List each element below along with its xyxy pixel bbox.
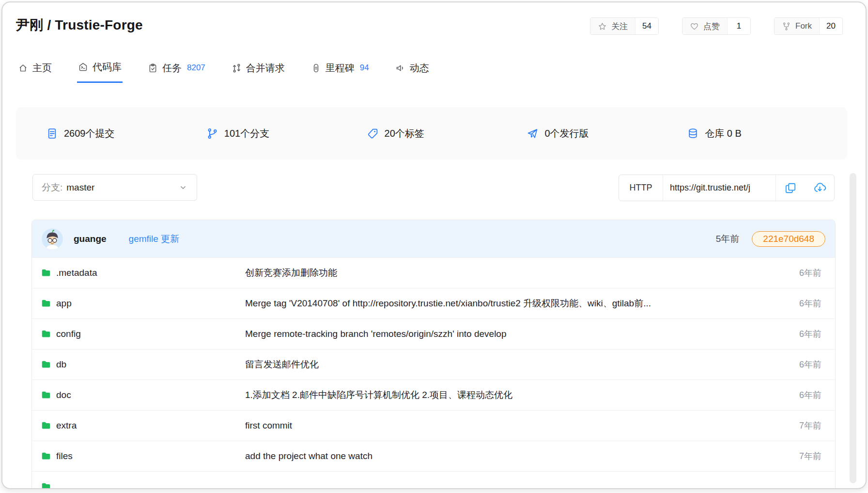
tab-activity-label: 动态 [410, 62, 429, 75]
branch-label: 分支: [42, 181, 62, 194]
app-window: 尹刚 / Trustie-Forge 关注 54 点赞 1 Fork 20 [1, 1, 867, 489]
like-count[interactable]: 1 [727, 18, 750, 34]
like-label: 点赞 [703, 21, 720, 32]
chevron-down-icon [178, 183, 188, 192]
file-name-cell[interactable] [41, 472, 51, 489]
table-row[interactable]: db 留言发送邮件优化 6年前 [32, 349, 835, 380]
folder-icon [41, 481, 51, 489]
file-name-cell[interactable]: config [41, 319, 81, 349]
folder-icon [41, 390, 51, 400]
latest-commit-banner: guange gemfile 更新 5年前 221e70d648 [32, 220, 835, 257]
commit-message-cell[interactable]: 创新竞赛添加删除功能 [245, 258, 337, 288]
fork-button[interactable]: Fork 20 [774, 17, 843, 35]
copy-url-button[interactable] [776, 175, 805, 201]
commit-time-cell: 7年前 [799, 411, 822, 441]
table-row[interactable]: files add the project what one watch 7年前 [32, 441, 835, 471]
commit-time: 5年前 [716, 233, 740, 245]
table-row[interactable]: doc 1.添加文档 2.邮件中缺陷序号计算机制优化 2.项目、课程动态优化 6… [32, 380, 835, 410]
file-table: guange gemfile 更新 5年前 221e70d648 .metada… [31, 220, 836, 489]
tab-code[interactable]: 代码库 [77, 58, 123, 83]
table-row[interactable]: extra first commit 7年前 [32, 410, 835, 441]
watch-button[interactable]: 关注 54 [590, 17, 659, 35]
database-icon [687, 127, 699, 140]
commit-hash-badge[interactable]: 221e70d648 [752, 231, 825, 247]
file-name-cell[interactable]: app [41, 288, 72, 318]
commit-message-cell[interactable]: add the project what one watch [245, 441, 372, 471]
folder-icon [41, 329, 51, 339]
commit-time-cell: 7年前 [799, 441, 822, 471]
file-name-cell[interactable]: doc [41, 380, 71, 410]
tab-merge-requests-label: 合并请求 [246, 62, 285, 75]
repo-stats-bar: 2609个提交 101个分支 20个标签 0个发行版 仓库 0 B [16, 107, 847, 159]
copy-icon [784, 182, 797, 194]
commit-message-cell[interactable]: first commit [245, 411, 292, 441]
vertical-scrollbar[interactable] [850, 173, 856, 483]
tab-milestones-count: 94 [360, 63, 369, 73]
protocol-select[interactable]: HTTP [619, 175, 663, 201]
stat-commits[interactable]: 2609个提交 [46, 127, 206, 140]
watch-count[interactable]: 54 [635, 18, 658, 34]
branch-value: master [66, 182, 94, 193]
stat-commits-label: 2609个提交 [64, 127, 115, 140]
commit-time-cell: 6年前 [799, 350, 822, 380]
folder-icon [41, 420, 51, 431]
stat-branches-label: 101个分支 [224, 127, 269, 140]
home-icon [18, 63, 28, 73]
commit-author[interactable]: guange [74, 234, 107, 244]
branch-icon [206, 127, 218, 140]
file-name-cell[interactable]: db [41, 350, 66, 380]
folder-icon [41, 268, 51, 278]
merge-request-icon [232, 63, 242, 73]
folder-icon [41, 451, 51, 461]
stat-releases-label: 0个发行版 [544, 127, 589, 140]
activity-speaker-icon [395, 63, 405, 73]
tab-milestones-label: 里程碑 [326, 62, 355, 75]
tab-issues-label: 任务 [162, 62, 182, 75]
stat-releases[interactable]: 0个发行版 [527, 127, 687, 140]
file-name-cell[interactable]: extra [41, 411, 77, 441]
download-button[interactable] [805, 175, 834, 201]
tab-activity[interactable]: 动态 [394, 58, 430, 83]
branch-selector[interactable]: 分支: master [32, 174, 197, 201]
page-title: 尹刚 / Trustie-Forge [16, 16, 143, 34]
heart-icon [690, 22, 699, 31]
commit-message-cell[interactable]: Merge remote-tracking branch 'remotes/or… [245, 319, 507, 349]
watch-label: 关注 [611, 21, 628, 32]
commit-time-cell: 6年前 [799, 319, 822, 349]
tab-code-label: 代码库 [93, 61, 122, 74]
tag-icon [367, 127, 379, 140]
folder-icon [41, 298, 51, 309]
commit-message-cell[interactable]: Merge tag 'V20140708' of http://reposito… [245, 288, 651, 318]
commit-message-link[interactable]: gemfile 更新 [129, 233, 180, 245]
tab-milestones[interactable]: 里程碑 94 [310, 58, 370, 83]
commit-message-cell[interactable]: 1.添加文档 2.邮件中缺陷序号计算机制优化 2.项目、课程动态优化 [245, 380, 512, 410]
table-row[interactable]: .metadata 创新竞赛添加删除功能 6年前 [32, 257, 835, 288]
folder-icon [41, 359, 51, 370]
clone-url-input[interactable]: https://git.trustie.net/j [663, 175, 776, 201]
milestone-icon [311, 63, 321, 73]
commit-time-cell: 6年前 [799, 288, 822, 318]
tab-home[interactable]: 主页 [17, 58, 53, 83]
stat-branches[interactable]: 101个分支 [206, 127, 367, 140]
stat-tags[interactable]: 20个标签 [367, 127, 527, 140]
table-row[interactable]: app Merge tag 'V20140708' of http://repo… [32, 288, 835, 318]
fork-icon [782, 22, 791, 31]
like-button[interactable]: 点赞 1 [682, 17, 751, 35]
commit-time-cell: 6年前 [799, 380, 822, 410]
tab-issues-count: 8207 [187, 63, 205, 73]
clone-url-group: HTTP https://git.trustie.net/j [619, 175, 835, 201]
tab-merge-requests[interactable]: 合并请求 [231, 58, 286, 83]
table-row[interactable]: config Merge remote-tracking branch 'rem… [32, 318, 835, 349]
avatar[interactable] [42, 228, 63, 250]
commits-icon [46, 127, 58, 140]
code-repo-icon [78, 62, 88, 72]
commit-message-cell[interactable]: 留言发送邮件优化 [245, 350, 319, 380]
table-row-partial[interactable] [32, 471, 835, 489]
stat-repo-size[interactable]: 仓库 0 B [687, 127, 847, 140]
file-name-cell[interactable]: files [41, 441, 73, 471]
tab-issues[interactable]: 任务 8207 [147, 58, 206, 83]
fork-count[interactable]: 20 [819, 18, 842, 34]
star-icon [598, 22, 607, 31]
stat-tags-label: 20个标签 [385, 127, 424, 140]
file-name-cell[interactable]: .metadata [41, 258, 97, 288]
